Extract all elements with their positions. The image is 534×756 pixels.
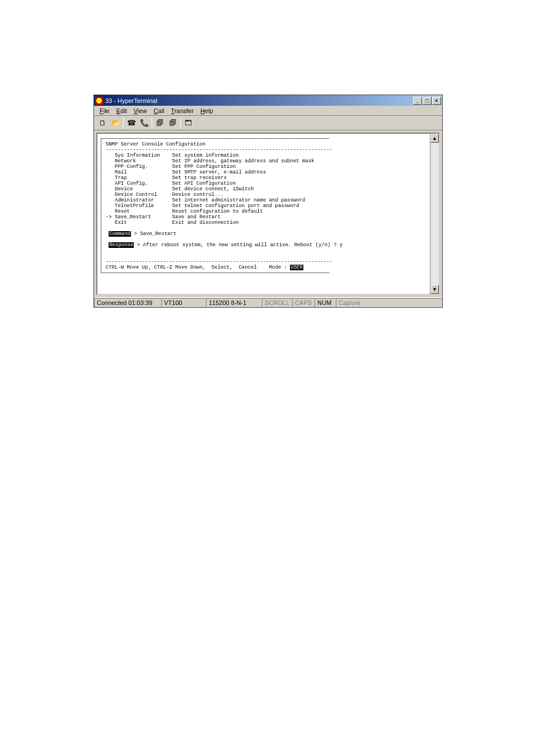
hyperterminal-window: 33 - HyperTerminal _ □ × File Edit View … <box>93 95 443 308</box>
status-caps: CAPS <box>292 298 315 307</box>
menubar: File Edit View Call Transfer Help <box>94 106 442 116</box>
disconnect-icon[interactable]: 📞 <box>138 117 151 129</box>
scroll-up-icon[interactable]: ▲ <box>430 134 439 143</box>
maximize-button[interactable]: □ <box>423 97 432 105</box>
menu-file[interactable]: File <box>96 107 113 115</box>
statusbar: Connected 01:03:39 VT100 115200 8-N-1 SC… <box>94 297 442 307</box>
toolbar-separator <box>123 118 124 129</box>
open-icon[interactable]: 📂 <box>109 117 122 129</box>
status-capture: Capture <box>336 298 442 307</box>
status-port: 115200 8-N-1 <box>206 298 262 307</box>
terminal-content[interactable]: ┌───────────────────────────────────────… <box>97 134 430 294</box>
terminal-area: ┌───────────────────────────────────────… <box>96 133 440 295</box>
app-icon <box>95 97 103 105</box>
window-title: 33 - HyperTerminal <box>105 97 413 104</box>
receive-icon[interactable]: 🗐 <box>166 117 179 129</box>
status-emulation: VT100 <box>161 298 206 307</box>
minimize-button[interactable]: _ <box>413 97 422 105</box>
send-icon[interactable]: 🗐 <box>153 117 166 129</box>
close-button[interactable]: × <box>432 97 441 105</box>
new-icon[interactable]: 🗋 <box>96 117 109 129</box>
status-num: NUM <box>315 298 336 307</box>
scroll-track[interactable] <box>430 143 439 285</box>
menu-edit[interactable]: Edit <box>113 107 130 115</box>
toolbar-separator <box>152 118 152 129</box>
menu-help[interactable]: Help <box>197 107 217 115</box>
menu-transfer[interactable]: Transfer <box>167 107 197 115</box>
status-connected: Connected 01:03:39 <box>94 298 161 307</box>
properties-icon[interactable]: 🗔 <box>182 117 195 129</box>
menu-call[interactable]: Call <box>150 107 167 115</box>
scroll-down-icon[interactable]: ▼ <box>430 285 439 294</box>
window-buttons: _ □ × <box>413 97 441 105</box>
toolbar: 🗋 📂 ☎ 📞 🗐 🗐 🗔 <box>94 116 442 130</box>
status-scroll: SCROLL <box>262 298 292 307</box>
call-icon[interactable]: ☎ <box>125 117 138 129</box>
toolbar-separator <box>180 118 181 129</box>
vertical-scrollbar[interactable]: ▲ ▼ <box>430 134 439 294</box>
titlebar[interactable]: 33 - HyperTerminal _ □ × <box>94 95 442 106</box>
menu-view[interactable]: View <box>130 107 151 115</box>
